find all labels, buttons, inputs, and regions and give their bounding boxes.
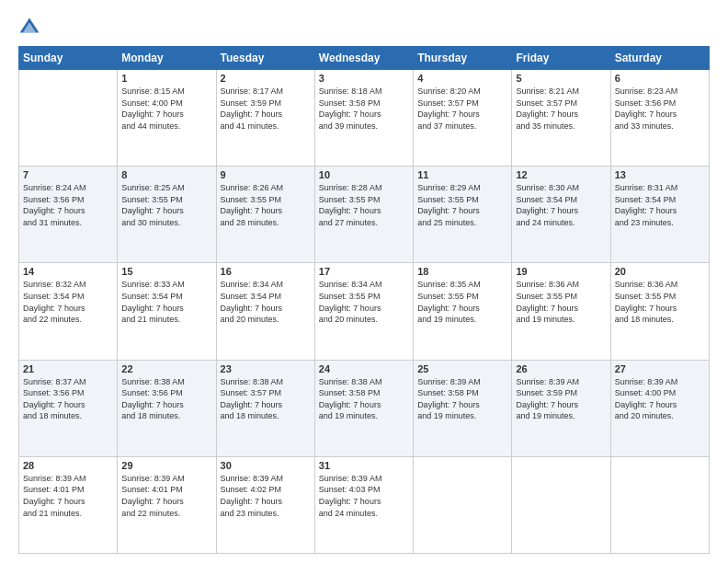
day-number: 9 bbox=[221, 169, 311, 180]
day-number: 4 bbox=[417, 73, 507, 84]
calendar-cell bbox=[610, 456, 709, 553]
calendar-cell: 28Sunrise: 8:39 AM Sunset: 4:01 PM Dayli… bbox=[19, 456, 118, 553]
calendar-cell: 14Sunrise: 8:32 AM Sunset: 3:54 PM Dayli… bbox=[19, 263, 118, 360]
day-info: Sunrise: 8:15 AM Sunset: 4:00 PM Dayligh… bbox=[121, 86, 211, 132]
calendar-cell: 17Sunrise: 8:34 AM Sunset: 3:55 PM Dayli… bbox=[314, 263, 413, 360]
calendar-cell: 11Sunrise: 8:29 AM Sunset: 3:55 PM Dayli… bbox=[414, 167, 512, 263]
week-row-4: 21Sunrise: 8:37 AM Sunset: 3:56 PM Dayli… bbox=[19, 360, 710, 456]
calendar-cell: 30Sunrise: 8:39 AM Sunset: 4:02 PM Dayli… bbox=[216, 456, 314, 553]
calendar-cell: 1Sunrise: 8:15 AM Sunset: 4:00 PM Daylig… bbox=[118, 70, 216, 167]
day-number: 28 bbox=[23, 460, 113, 471]
calendar-cell: 27Sunrise: 8:39 AM Sunset: 4:00 PM Dayli… bbox=[610, 360, 709, 456]
weekday-header-row: SundayMondayTuesdayWednesdayThursdayFrid… bbox=[19, 47, 710, 70]
day-number: 26 bbox=[516, 363, 606, 374]
calendar-cell: 5Sunrise: 8:21 AM Sunset: 3:57 PM Daylig… bbox=[512, 70, 610, 167]
calendar-cell: 24Sunrise: 8:38 AM Sunset: 3:58 PM Dayli… bbox=[314, 360, 413, 456]
calendar-cell bbox=[414, 456, 512, 553]
day-info: Sunrise: 8:36 AM Sunset: 3:55 PM Dayligh… bbox=[516, 279, 606, 325]
day-info: Sunrise: 8:33 AM Sunset: 3:54 PM Dayligh… bbox=[121, 279, 211, 325]
calendar-cell: 8Sunrise: 8:25 AM Sunset: 3:55 PM Daylig… bbox=[118, 167, 216, 263]
day-info: Sunrise: 8:21 AM Sunset: 3:57 PM Dayligh… bbox=[516, 86, 606, 132]
day-info: Sunrise: 8:39 AM Sunset: 4:00 PM Dayligh… bbox=[615, 376, 705, 422]
day-number: 1 bbox=[121, 73, 211, 84]
day-number: 21 bbox=[23, 363, 113, 374]
day-info: Sunrise: 8:36 AM Sunset: 3:55 PM Dayligh… bbox=[615, 279, 705, 325]
day-info: Sunrise: 8:39 AM Sunset: 4:02 PM Dayligh… bbox=[221, 473, 311, 519]
calendar-table: SundayMondayTuesdayWednesdayThursdayFrid… bbox=[18, 46, 710, 554]
day-number: 22 bbox=[121, 363, 211, 374]
day-info: Sunrise: 8:25 AM Sunset: 3:55 PM Dayligh… bbox=[121, 182, 211, 228]
day-number: 15 bbox=[121, 266, 211, 277]
weekday-header-thursday: Thursday bbox=[414, 47, 512, 70]
day-info: Sunrise: 8:39 AM Sunset: 4:01 PM Dayligh… bbox=[23, 473, 113, 519]
day-info: Sunrise: 8:35 AM Sunset: 3:55 PM Dayligh… bbox=[417, 279, 507, 325]
day-number: 27 bbox=[615, 363, 705, 374]
day-number: 18 bbox=[417, 266, 507, 277]
day-info: Sunrise: 8:30 AM Sunset: 3:54 PM Dayligh… bbox=[516, 182, 606, 228]
weekday-header-tuesday: Tuesday bbox=[216, 47, 314, 70]
calendar-cell bbox=[19, 70, 118, 167]
calendar-cell: 2Sunrise: 8:17 AM Sunset: 3:59 PM Daylig… bbox=[216, 70, 314, 167]
day-number: 11 bbox=[417, 169, 507, 180]
logo-icon bbox=[18, 17, 40, 39]
weekday-header-sunday: Sunday bbox=[19, 47, 118, 70]
day-info: Sunrise: 8:38 AM Sunset: 3:56 PM Dayligh… bbox=[121, 376, 211, 422]
calendar-cell: 18Sunrise: 8:35 AM Sunset: 3:55 PM Dayli… bbox=[414, 263, 512, 360]
day-number: 31 bbox=[319, 460, 409, 471]
calendar-cell: 13Sunrise: 8:31 AM Sunset: 3:54 PM Dayli… bbox=[610, 167, 709, 263]
day-number: 20 bbox=[615, 266, 705, 277]
calendar-cell: 3Sunrise: 8:18 AM Sunset: 3:58 PM Daylig… bbox=[314, 70, 413, 167]
day-info: Sunrise: 8:23 AM Sunset: 3:56 PM Dayligh… bbox=[615, 86, 705, 132]
day-info: Sunrise: 8:26 AM Sunset: 3:55 PM Dayligh… bbox=[221, 182, 311, 228]
day-number: 12 bbox=[516, 169, 606, 180]
day-number: 13 bbox=[615, 169, 705, 180]
day-number: 8 bbox=[121, 169, 211, 180]
day-info: Sunrise: 8:37 AM Sunset: 3:56 PM Dayligh… bbox=[23, 376, 113, 422]
page: SundayMondayTuesdayWednesdayThursdayFrid… bbox=[0, 0, 728, 563]
day-info: Sunrise: 8:18 AM Sunset: 3:58 PM Dayligh… bbox=[319, 86, 409, 132]
week-row-5: 28Sunrise: 8:39 AM Sunset: 4:01 PM Dayli… bbox=[19, 456, 710, 553]
weekday-header-monday: Monday bbox=[118, 47, 216, 70]
day-number: 7 bbox=[23, 169, 113, 180]
day-number: 5 bbox=[516, 73, 606, 84]
day-info: Sunrise: 8:38 AM Sunset: 3:57 PM Dayligh… bbox=[221, 376, 311, 422]
logo bbox=[18, 17, 42, 39]
day-info: Sunrise: 8:24 AM Sunset: 3:56 PM Dayligh… bbox=[23, 182, 113, 228]
calendar-cell: 7Sunrise: 8:24 AM Sunset: 3:56 PM Daylig… bbox=[19, 167, 118, 263]
day-number: 16 bbox=[221, 266, 311, 277]
calendar-cell: 22Sunrise: 8:38 AM Sunset: 3:56 PM Dayli… bbox=[118, 360, 216, 456]
calendar-cell: 9Sunrise: 8:26 AM Sunset: 3:55 PM Daylig… bbox=[216, 167, 314, 263]
day-number: 10 bbox=[319, 169, 409, 180]
day-number: 25 bbox=[417, 363, 507, 374]
day-info: Sunrise: 8:29 AM Sunset: 3:55 PM Dayligh… bbox=[417, 182, 507, 228]
calendar-cell: 23Sunrise: 8:38 AM Sunset: 3:57 PM Dayli… bbox=[216, 360, 314, 456]
day-info: Sunrise: 8:39 AM Sunset: 4:01 PM Dayligh… bbox=[121, 473, 211, 519]
day-info: Sunrise: 8:28 AM Sunset: 3:55 PM Dayligh… bbox=[319, 182, 409, 228]
calendar-cell: 4Sunrise: 8:20 AM Sunset: 3:57 PM Daylig… bbox=[414, 70, 512, 167]
day-number: 29 bbox=[121, 460, 211, 471]
calendar-cell: 26Sunrise: 8:39 AM Sunset: 3:59 PM Dayli… bbox=[512, 360, 610, 456]
header bbox=[18, 17, 710, 39]
day-info: Sunrise: 8:20 AM Sunset: 3:57 PM Dayligh… bbox=[417, 86, 507, 132]
week-row-2: 7Sunrise: 8:24 AM Sunset: 3:56 PM Daylig… bbox=[19, 167, 710, 263]
calendar-cell: 15Sunrise: 8:33 AM Sunset: 3:54 PM Dayli… bbox=[118, 263, 216, 360]
day-info: Sunrise: 8:17 AM Sunset: 3:59 PM Dayligh… bbox=[221, 86, 311, 132]
week-row-1: 1Sunrise: 8:15 AM Sunset: 4:00 PM Daylig… bbox=[19, 70, 710, 167]
day-info: Sunrise: 8:34 AM Sunset: 3:54 PM Dayligh… bbox=[221, 279, 311, 325]
day-info: Sunrise: 8:32 AM Sunset: 3:54 PM Dayligh… bbox=[23, 279, 113, 325]
day-number: 23 bbox=[221, 363, 311, 374]
calendar-cell: 25Sunrise: 8:39 AM Sunset: 3:58 PM Dayli… bbox=[414, 360, 512, 456]
day-info: Sunrise: 8:31 AM Sunset: 3:54 PM Dayligh… bbox=[615, 182, 705, 228]
day-number: 14 bbox=[23, 266, 113, 277]
day-number: 24 bbox=[319, 363, 409, 374]
weekday-header-wednesday: Wednesday bbox=[314, 47, 413, 70]
day-number: 6 bbox=[615, 73, 705, 84]
calendar-cell: 20Sunrise: 8:36 AM Sunset: 3:55 PM Dayli… bbox=[610, 263, 709, 360]
weekday-header-friday: Friday bbox=[512, 47, 610, 70]
day-number: 19 bbox=[516, 266, 606, 277]
calendar-cell: 6Sunrise: 8:23 AM Sunset: 3:56 PM Daylig… bbox=[610, 70, 709, 167]
weekday-header-saturday: Saturday bbox=[610, 47, 709, 70]
calendar-cell bbox=[512, 456, 610, 553]
calendar-cell: 10Sunrise: 8:28 AM Sunset: 3:55 PM Dayli… bbox=[314, 167, 413, 263]
day-info: Sunrise: 8:38 AM Sunset: 3:58 PM Dayligh… bbox=[319, 376, 409, 422]
